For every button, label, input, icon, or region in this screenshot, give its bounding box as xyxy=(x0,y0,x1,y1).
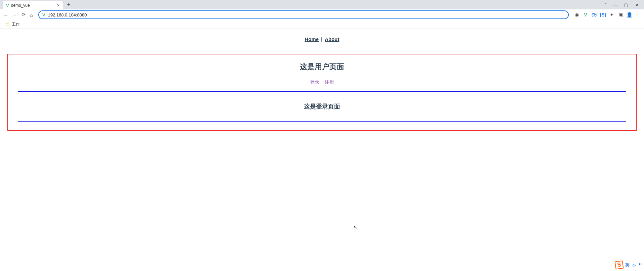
vue-icon: V xyxy=(6,3,9,8)
nav-separator: | xyxy=(321,36,322,42)
bookmarks-bar: 🗀 工作 xyxy=(0,20,644,29)
url-input[interactable] xyxy=(48,12,565,17)
toolbar: ← → ⟳ ⌂ V ◉ V ⟳ S ✦ ▣ 👤 ⋮ xyxy=(0,9,644,20)
login-page-heading: 这是登录页面 xyxy=(25,102,619,110)
auth-nav: 登录 | 注册 xyxy=(18,79,626,85)
extension-icon[interactable]: ◉ xyxy=(574,12,580,17)
new-tab-button[interactable]: + xyxy=(67,2,70,8)
maximize-button[interactable]: ▢ xyxy=(624,2,629,7)
folder-icon: 🗀 xyxy=(5,22,10,27)
tab-bar: V demo_vue ✕ + ˅ — ▢ ✕ xyxy=(0,0,644,9)
profile-avatar[interactable]: 👤 xyxy=(627,12,632,18)
login-page-box: 这是登录页面 xyxy=(18,91,626,122)
minimize-button[interactable]: — xyxy=(613,2,618,7)
extensions-puzzle-icon[interactable]: ✦ xyxy=(609,12,614,17)
extension-circle-icon[interactable]: ⟳ xyxy=(592,13,597,17)
forward-button: → xyxy=(12,12,17,18)
close-window-button[interactable]: ✕ xyxy=(635,2,639,7)
chevron-down-icon[interactable]: ˅ xyxy=(605,2,607,7)
window-controls: ˅ — ▢ ✕ xyxy=(600,2,644,7)
register-link[interactable]: 注册 xyxy=(325,79,334,85)
browser-chrome: V demo_vue ✕ + ˅ — ▢ ✕ ← → ⟳ ⌂ V ◉ V ⟳ S… xyxy=(0,0,644,29)
address-bar[interactable]: V xyxy=(38,10,569,19)
nav-arrows: ← → ⟳ ⌂ xyxy=(3,12,33,18)
extension-s-icon[interactable]: S xyxy=(600,13,606,17)
user-page-box: 这是用户页面 登录 | 注册 这是登录页面 xyxy=(7,54,637,131)
browser-tab[interactable]: V demo_vue ✕ xyxy=(3,1,63,10)
nav-about-link[interactable]: About xyxy=(325,36,339,42)
nav-home-link[interactable]: Home xyxy=(305,36,319,42)
auth-separator: | xyxy=(321,79,323,85)
user-page-heading: 这是用户页面 xyxy=(18,62,626,72)
reload-button[interactable]: ⟳ xyxy=(21,12,26,18)
tab-title: demo_vue xyxy=(11,3,30,8)
bookmark-item[interactable]: 工作 xyxy=(12,21,20,27)
side-panel-icon[interactable]: ▣ xyxy=(618,12,623,17)
page-content: Home | About 这是用户页面 登录 | 注册 这是登录页面 xyxy=(0,29,644,138)
kebab-menu-icon[interactable]: ⋮ xyxy=(635,12,641,17)
extension-icons: ◉ V ⟳ S ✦ ▣ 👤 ⋮ xyxy=(574,12,641,18)
top-nav: Home | About xyxy=(3,36,641,42)
login-link[interactable]: 登录 xyxy=(310,79,319,85)
vue-devtools-icon[interactable]: V xyxy=(583,12,588,17)
close-tab-icon[interactable]: ✕ xyxy=(57,3,60,8)
site-favicon-icon: V xyxy=(42,12,45,17)
home-button[interactable]: ⌂ xyxy=(30,12,33,18)
back-button[interactable]: ← xyxy=(3,12,8,18)
